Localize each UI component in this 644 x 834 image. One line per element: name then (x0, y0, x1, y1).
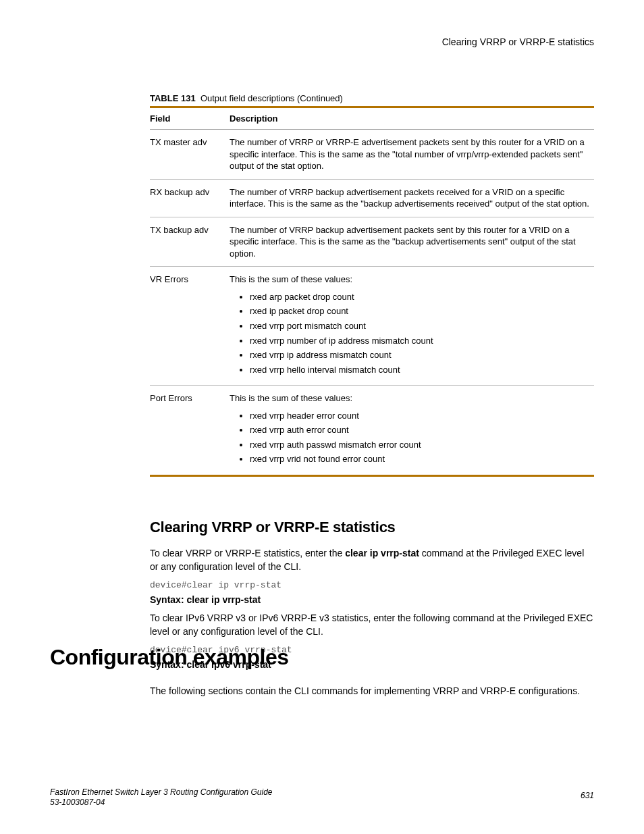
table-row: TX backup adv The number of VRRP backup … (150, 217, 594, 267)
list-item: rxed vrrp auth error count (250, 424, 590, 436)
table-label: TABLE 131 (150, 93, 196, 103)
list-item: rxed ip packet drop count (250, 305, 590, 317)
footer-title: FastIron Ethernet Switch Layer 3 Routing… (50, 787, 273, 797)
table-caption-text: Output field descriptions (Continued) (200, 93, 343, 103)
footer-page-number: 631 (581, 791, 594, 800)
section-heading-config-examples: Configuration examples (50, 645, 594, 670)
list-intro: This is the sum of these values: (230, 393, 352, 403)
cell-desc: This is the sum of these values: rxed ar… (230, 267, 594, 386)
table-row: TX master adv The number of VRRP or VRRP… (150, 130, 594, 180)
cell-desc: This is the sum of these values: rxed vr… (230, 386, 594, 476)
list-item: rxed vrrp hello interval mismatch count (250, 364, 590, 376)
paragraph: To clear VRRP or VRRP-E statistics, ente… (150, 547, 594, 573)
footer-left: FastIron Ethernet Switch Layer 3 Routing… (50, 787, 273, 808)
code-block: device#clear ip vrrp-stat (150, 580, 594, 590)
value-list: rxed vrrp header error count rxed vrrp a… (230, 410, 590, 465)
field-description-table: Field Description TX master adv The numb… (150, 106, 594, 477)
cell-field: RX backup adv (150, 179, 230, 217)
list-intro: This is the sum of these values: (230, 274, 352, 284)
footer-docnum: 53-1003087-04 (50, 798, 105, 807)
table-row: RX backup adv The number of VRRP backup … (150, 179, 594, 217)
section-heading-clearing: Clearing VRRP or VRRP-E statistics (150, 519, 594, 536)
command-name: clear ip vrrp-stat (345, 548, 419, 558)
cell-desc: The number of VRRP backup advertisement … (230, 179, 594, 217)
section-config-examples: Configuration examples The following sec… (50, 645, 594, 708)
main-content: TABLE 131 Output field descriptions (Con… (150, 93, 594, 677)
list-item: rxed vrrp port mismatch count (250, 320, 590, 332)
paragraph: To clear IPv6 VRRP v3 or IPv6 VRRP-E v3 … (150, 612, 594, 638)
list-item: rxed vrrp ip address mismatch count (250, 349, 590, 361)
cell-field: TX backup adv (150, 217, 230, 267)
list-item: rxed vrrp header error count (250, 410, 590, 422)
list-item: rxed vrrp number of ip address mismatch … (250, 335, 590, 347)
paragraph: The following sections contain the CLI c… (150, 685, 594, 698)
cell-field: TX master adv (150, 130, 230, 180)
cell-desc: The number of VRRP backup advertisement … (230, 217, 594, 267)
syntax-line: Syntax: clear ip vrrp-stat (150, 594, 594, 605)
cell-field: Port Errors (150, 386, 230, 476)
list-item: rxed vrrp auth passwd mismatch error cou… (250, 439, 590, 451)
value-list: rxed arp packet drop count rxed ip packe… (230, 291, 590, 375)
table-row: Port Errors This is the sum of these val… (150, 386, 594, 476)
cell-desc: The number of VRRP or VRRP-E advertiseme… (230, 130, 594, 180)
table-caption: TABLE 131 Output field descriptions (Con… (150, 93, 594, 103)
col-header-field: Field (150, 107, 230, 130)
page-header-right: Clearing VRRP or VRRP-E statistics (442, 36, 594, 47)
cell-field: VR Errors (150, 267, 230, 386)
text-run: To clear VRRP or VRRP-E statistics, ente… (150, 548, 345, 558)
list-item: rxed vrrp vrid not found error count (250, 453, 590, 465)
table-row: VR Errors This is the sum of these value… (150, 267, 594, 386)
list-item: rxed arp packet drop count (250, 291, 590, 303)
col-header-description: Description (230, 107, 594, 130)
